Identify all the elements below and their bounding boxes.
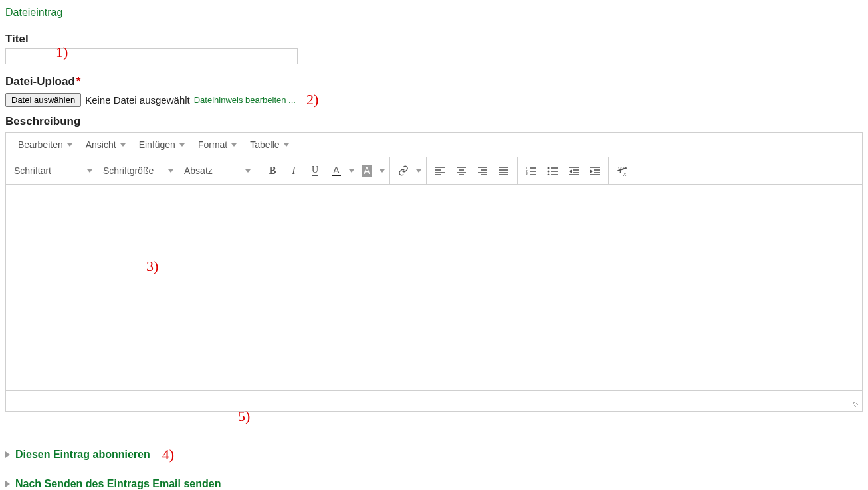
rich-text-editor: Bearbeiten Ansicht Einfügen Format Tabel… — [5, 132, 863, 412]
menu-edit[interactable]: Bearbeiten — [11, 133, 79, 157]
align-left-button[interactable] — [429, 160, 451, 181]
align-justify-button[interactable] — [493, 160, 514, 181]
underline-icon: U — [312, 165, 318, 176]
ordered-list-button[interactable]: 123 — [520, 160, 542, 181]
indent-icon — [590, 166, 601, 175]
align-left-icon — [435, 166, 445, 175]
svg-point-24 — [547, 171, 549, 173]
link-dropdown[interactable] — [414, 169, 423, 173]
link-button[interactable] — [393, 160, 414, 181]
block-format-select[interactable]: Absatz — [179, 165, 256, 176]
align-right-button[interactable] — [472, 160, 493, 181]
editor-statusbar — [6, 390, 862, 411]
svg-text:3: 3 — [526, 173, 528, 175]
unordered-list-button[interactable] — [542, 160, 563, 181]
font-family-select[interactable]: Schriftart — [9, 165, 98, 176]
align-right-icon — [477, 166, 488, 175]
annotation-2: 2) — [306, 91, 318, 108]
bold-icon: B — [269, 165, 276, 177]
divider — [5, 23, 863, 23]
no-file-selected-text: Keine Datei ausgewählt — [85, 94, 190, 106]
svg-marker-32 — [569, 170, 572, 173]
collapsed-triangle-icon — [5, 481, 10, 487]
highlight-color-dropdown[interactable] — [378, 169, 387, 173]
upload-label: Datei-Upload* — [5, 75, 863, 88]
subscribe-expander[interactable]: Diesen Eintrag abonnieren 4) — [5, 446, 863, 463]
svg-point-22 — [547, 167, 549, 169]
choose-file-button[interactable]: Datei auswählen — [5, 93, 81, 107]
menu-table[interactable]: Tabelle — [243, 133, 295, 157]
highlight-color-button[interactable]: A — [356, 160, 378, 181]
title-input[interactable] — [5, 48, 298, 64]
align-center-icon — [456, 166, 467, 175]
text-color-dropdown[interactable] — [347, 169, 356, 173]
section-title: Dateieintrag — [5, 4, 863, 23]
indent-button[interactable] — [584, 160, 605, 181]
svg-marker-37 — [590, 170, 593, 173]
editor-content-area[interactable] — [6, 184, 862, 390]
bold-button[interactable]: B — [262, 160, 283, 181]
unordered-list-icon — [547, 166, 558, 175]
editor-menubar: Bearbeiten Ansicht Einfügen Format Tabel… — [6, 133, 862, 157]
text-color-icon: A — [332, 165, 340, 176]
italic-button[interactable]: I — [283, 160, 304, 181]
menu-insert[interactable]: Einfügen — [132, 133, 191, 157]
email-after-send-label: Nach Senden des Eintrags Email senden — [15, 478, 221, 490]
description-label: Beschreibung — [5, 115, 863, 128]
required-asterisk: * — [76, 75, 81, 88]
svg-point-26 — [547, 174, 549, 176]
title-label: Titel — [5, 33, 863, 46]
edit-file-hint-link[interactable]: Dateihinweis bearbeiten ... — [194, 95, 296, 105]
italic-icon: I — [292, 165, 295, 177]
menu-view[interactable]: Ansicht — [79, 133, 132, 157]
ordered-list-icon: 123 — [526, 166, 537, 175]
text-color-button[interactable]: A — [326, 160, 347, 181]
editor-toolbar: Schriftart Schriftgröße Absatz B I U A A — [6, 157, 862, 184]
clear-formatting-button[interactable]: Tx — [611, 160, 633, 181]
outdent-icon — [568, 166, 580, 175]
clear-formatting-icon: Tx — [618, 165, 627, 177]
resize-handle[interactable] — [853, 402, 859, 408]
collapsed-triangle-icon — [5, 451, 10, 458]
annotation-4: 4) — [162, 446, 174, 463]
font-size-select[interactable]: Schriftgröße — [98, 165, 179, 176]
align-center-button[interactable] — [451, 160, 472, 181]
subscribe-label: Diesen Eintrag abonnieren — [15, 449, 150, 461]
email-after-send-expander[interactable]: Nach Senden des Eintrags Email senden — [5, 478, 863, 490]
align-justify-icon — [498, 166, 509, 175]
outdent-button[interactable] — [563, 160, 584, 181]
menu-format[interactable]: Format — [191, 133, 243, 157]
underline-button[interactable]: U — [304, 160, 326, 181]
link-icon — [398, 165, 409, 176]
highlight-icon: A — [362, 165, 372, 177]
